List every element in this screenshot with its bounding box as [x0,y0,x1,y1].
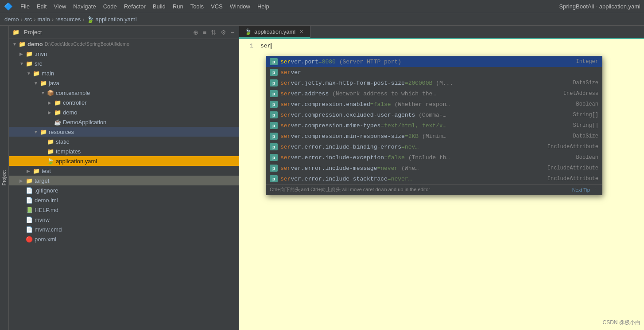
autocomplete-next-tip[interactable]: Next Tip [572,187,590,192]
autocomplete-item[interactable]: pserver.port=8080 (Server HTTP port)Inte… [266,56,602,67]
tree-arrow-icon: ▼ [19,61,26,66]
autocomplete-item[interactable]: pserver [266,67,602,78]
locate-icon[interactable]: ⊕ [192,28,199,37]
tree-file-icon: 🍃 [47,158,54,165]
autocomplete-item[interactable]: pserver.address (Network address to whic… [266,88,602,99]
breadcrumb-file[interactable]: 🍃 application.yaml [86,16,137,23]
tree-label: demo.iml [35,197,58,204]
autocomplete-item[interactable]: pserver.error.include-binding-errors=nev… [266,141,602,152]
menu-file[interactable]: File [17,2,33,11]
menu-tools[interactable]: Tools [187,2,207,11]
breadcrumb-src[interactable]: src [24,16,32,23]
autocomplete-item-text: server.compression.mime-types=text/html,… [280,122,545,129]
breadcrumb-demo[interactable]: demo [4,16,19,23]
tree-item[interactable]: 📄mvnw [9,215,239,224]
tree-item[interactable]: 📄.gitignore [9,185,239,195]
autocomplete-item-text: server.error.include-exception=false (In… [280,154,545,161]
tree-item[interactable]: ▶📁test [9,166,239,176]
minimize-icon[interactable]: − [230,28,235,37]
tree-file-icon: 📄 [26,197,33,204]
sort-icon[interactable]: ⇅ [210,28,217,37]
menu-code[interactable]: Code [100,2,120,11]
menu-window[interactable]: Window [226,2,254,11]
tree-item[interactable]: ▼📁main [9,68,239,78]
tree-file-icon: 📁 [54,109,61,116]
menu-view[interactable]: View [50,2,70,11]
editor-tab-yaml[interactable]: 🍃 application.yaml ✕ [239,26,310,38]
autocomplete-more-button[interactable]: ⋮ [594,187,598,192]
tree-label: target [35,177,49,184]
menu-run[interactable]: Run [169,2,187,11]
autocomplete-item[interactable]: pserver.error.include-message=never (Whe… [266,163,602,173]
tree-file-icon: 📦 [47,90,54,96]
collapse-icon[interactable]: ≡ [202,28,207,37]
tree-label: DemoApplication [63,119,106,126]
menu-help[interactable]: Help [254,2,273,11]
tree-file-icon: 🔴 [26,236,33,243]
autocomplete-item-text: server.compression.enabled=false (Whethe… [280,101,545,108]
project-tab-label: Project [24,29,42,35]
breadcrumb-resources[interactable]: resources [55,16,81,23]
autocomplete-item[interactable]: pserver.compression.excluded-user-agents… [266,110,602,120]
tree-label: main [42,70,54,77]
autocomplete-item-icon: p [270,143,278,150]
autocomplete-item-type: String[] [545,122,598,129]
tree-item[interactable]: ▶📁controller [9,98,239,107]
tree-item[interactable]: 🍃application.yaml [9,156,239,166]
tree-item[interactable]: 📄mvnw.cmd [9,224,239,234]
project-tab-icons: ⊕ ≡ ⇅ ⚙ − [192,28,235,37]
autocomplete-item[interactable]: pserver.compression.min-response-size=2K… [266,131,602,141]
tree-item[interactable]: ▶📁demo [9,107,239,117]
tree-arrow-icon: ▶ [27,169,33,173]
menu-edit[interactable]: Edit [33,2,50,11]
tree-item[interactable]: ☕DemoApplication [9,117,239,127]
tree-file-icon: 📁 [26,177,33,184]
editor-content[interactable]: 1 ser pserver.port=8080 (Server HTTP por… [239,39,644,330]
project-tab-icon-folder: 📁 [12,29,19,35]
tree-item[interactable]: 📗HELP.md [9,205,239,215]
tree-label: mvnw.cmd [35,226,62,233]
tree-item[interactable]: 🔴pom.xml [9,234,239,244]
settings-icon[interactable]: ⚙ [220,28,227,37]
autocomplete-item-type: IncludeAttribute [545,176,598,182]
tree-item[interactable]: ▼📁src [9,59,239,68]
sidebar-project-tab[interactable]: Project [0,26,9,330]
tree-item[interactable]: ▶📁.mvn [9,49,239,59]
tree-arrow-icon: ▶ [48,100,54,105]
autocomplete-item-icon: p [270,175,278,182]
menu-vcs[interactable]: VCS [207,2,226,11]
autocomplete-item[interactable]: pserver.error.include-stacktrace=never…I… [266,173,602,184]
tree-item[interactable]: ▼📁java [9,78,239,88]
tree-item[interactable]: ▼📁resources [9,127,239,137]
autocomplete-item-icon: p [270,69,278,76]
editor-tab-close[interactable]: ✕ [298,28,305,35]
tree-item[interactable]: 📁templates [9,146,239,156]
tree-label: .gitignore [35,187,58,194]
tree-file-icon: 📁 [33,168,40,174]
autocomplete-item-text: server [280,69,545,76]
editor-typed-text: ser [260,43,271,49]
autocomplete-item[interactable]: pserver.compression.enabled=false (Wheth… [266,99,602,110]
tree-item[interactable]: ▼📦com.example [9,88,239,98]
tree-item[interactable]: ▼📁demo D:\Code\IdeaCode\SpringBootAll\de… [9,39,239,49]
tree-label: application.yaml [56,158,97,165]
tree-arrow-icon: ▼ [27,71,33,76]
project-panel: 📁 Project ⊕ ≡ ⇅ ⚙ − ▼📁demo D:\Code\IdeaC… [9,26,239,330]
tree-item[interactable]: ▶📁target [9,176,239,185]
autocomplete-item[interactable]: pserver.jetty.max-http-form-post-size=20… [266,78,602,88]
autocomplete-item-icon: p [270,165,278,172]
tree-label: demo [27,41,43,47]
autocomplete-item[interactable]: pserver.compression.mime-types=text/html… [266,120,602,131]
autocomplete-item-icon: p [270,111,278,118]
autocomplete-item-text: server.compression.min-response-size=2KB… [280,133,545,140]
menubar: 🔷 File Edit View Navigate Code Refactor … [0,0,644,13]
tree-item[interactable]: 📁static [9,137,239,146]
autocomplete-item-text: server.error.include-binding-errors=nev… [280,144,545,150]
menu-navigate[interactable]: Navigate [70,2,99,11]
menu-build[interactable]: Build [149,2,169,11]
autocomplete-item-icon: p [270,133,278,140]
tree-item[interactable]: 📄demo.iml [9,195,239,205]
menu-refactor[interactable]: Refactor [120,2,149,11]
breadcrumb-main[interactable]: main [38,16,50,23]
autocomplete-item[interactable]: pserver.error.include-exception=false (I… [266,152,602,163]
